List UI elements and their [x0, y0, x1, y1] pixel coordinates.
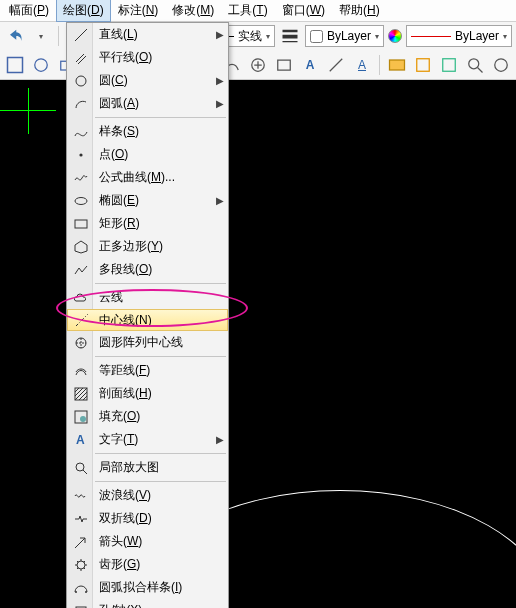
menu-item-label: 圆(C) — [95, 72, 216, 89]
menu-item-text[interactable]: A文字(T)▶ — [67, 428, 228, 451]
menu-separator — [95, 117, 226, 118]
menu-幅面[interactable]: 幅面(P) — [2, 0, 56, 22]
menu-窗口[interactable]: 窗口(W) — [275, 0, 332, 22]
formula-icon — [67, 170, 95, 186]
menu-item-point[interactable]: 点(O) — [67, 143, 228, 166]
menu-separator — [95, 283, 226, 284]
search-button[interactable] — [464, 54, 486, 76]
menu-item-arc[interactable]: 圆弧(A)▶ — [67, 92, 228, 115]
menu-item-arcfit[interactable]: 圆弧拟合样条(I) — [67, 576, 228, 599]
centerline-icon — [68, 312, 95, 328]
svg-point-13 — [79, 153, 82, 156]
text-icon: A — [67, 432, 95, 448]
menu-item-circle[interactable]: 圆(C)▶ — [67, 69, 228, 92]
redo-dropdown[interactable]: ▾ — [30, 25, 52, 47]
offset-icon — [67, 363, 95, 379]
menu-item-ellipse[interactable]: 椭圆(E)▶ — [67, 189, 228, 212]
menu-item-label: 正多边形(Y) — [95, 238, 216, 255]
color-swatch-icon[interactable] — [388, 29, 402, 43]
gear-icon — [67, 557, 95, 573]
menu-item-break[interactable]: 双折线(D) — [67, 507, 228, 530]
svg-rect-2 — [282, 41, 297, 42]
svg-point-19 — [80, 416, 86, 422]
menu-item-label: 双折线(D) — [95, 510, 216, 527]
menu-item-gear[interactable]: 齿形(G) — [67, 553, 228, 576]
tool-btn-1[interactable] — [4, 54, 26, 76]
menu-item-centerline[interactable]: 中心线(N) — [67, 309, 228, 331]
hatch-icon — [67, 386, 95, 402]
menu-修改[interactable]: 修改(M) — [165, 0, 221, 22]
menu-标注[interactable]: 标注(N) — [111, 0, 166, 22]
tool-btn-r7[interactable] — [386, 54, 408, 76]
circle-icon — [67, 73, 95, 89]
menu-item-label: 齿形(G) — [95, 556, 216, 573]
tool-btn-r2[interactable] — [247, 54, 269, 76]
text-button[interactable]: A — [299, 54, 321, 76]
menu-item-circpat[interactable]: 圆形阵列中心线 — [67, 331, 228, 354]
rect-icon — [67, 216, 95, 232]
menu-item-zoomdetail[interactable]: 局部放大图 — [67, 456, 228, 479]
wave-icon — [67, 488, 95, 504]
menu-item-arrow[interactable]: 箭头(W) — [67, 530, 228, 553]
arcfit-icon — [67, 580, 95, 596]
parallel-icon — [67, 50, 95, 66]
menu-item-label: 样条(S) — [95, 123, 216, 140]
line-icon — [67, 27, 95, 43]
tool-btn-r6[interactable]: A — [351, 54, 373, 76]
linestyle-label: 实线 — [238, 28, 262, 45]
menu-item-label: 文字(T) — [95, 431, 216, 448]
menu-item-label: 圆弧拟合样条(I) — [95, 579, 216, 596]
undo-button[interactable] — [4, 25, 26, 47]
polyline-icon — [67, 262, 95, 278]
menu-item-hatch[interactable]: 剖面线(H) — [67, 382, 228, 405]
menu-item-rect[interactable]: 矩形(R) — [67, 212, 228, 235]
menu-item-label: 孔/轴(X) — [95, 602, 216, 608]
menu-item-label: 平行线(O) — [95, 49, 216, 66]
arrow-icon — [67, 534, 95, 550]
tool-btn-r8[interactable] — [412, 54, 434, 76]
submenu-arrow-icon: ▶ — [216, 29, 228, 40]
color-layer-selector[interactable]: ByLayer ▾ — [406, 25, 512, 47]
menu-帮助[interactable]: 帮助(H) — [332, 0, 387, 22]
menu-item-hole[interactable]: 孔/轴(X) — [67, 599, 228, 608]
tool-btn-r5[interactable] — [325, 54, 347, 76]
ellipse-icon — [67, 193, 95, 209]
menu-item-label: 波浪线(V) — [95, 487, 216, 504]
lineweight-button[interactable] — [279, 25, 301, 47]
tool-btn-r9[interactable] — [438, 54, 460, 76]
menu-item-label: 圆形阵列中心线 — [95, 334, 216, 351]
menu-item-offset[interactable]: 等距线(F) — [67, 359, 228, 382]
menu-item-label: 云线 — [95, 289, 216, 306]
menu-item-polyline[interactable]: 多段线(O) — [67, 258, 228, 281]
menu-绘图[interactable]: 绘图(D) — [56, 0, 111, 22]
menu-item-fill[interactable]: 填充(O) — [67, 405, 228, 428]
menu-item-label: 点(O) — [95, 146, 216, 163]
menu-item-label: 局部放大图 — [95, 459, 216, 476]
menu-item-formula[interactable]: 公式曲线(M)... — [67, 166, 228, 189]
menu-item-cloud[interactable]: 云线 — [67, 286, 228, 309]
menu-item-polygon[interactable]: 正多边形(Y) — [67, 235, 228, 258]
cloud-icon — [67, 290, 95, 306]
layer-checkbox[interactable] — [310, 30, 323, 43]
menu-item-wave[interactable]: 波浪线(V) — [67, 484, 228, 507]
menu-item-label: 公式曲线(M)... — [95, 169, 216, 186]
menu-separator — [95, 453, 226, 454]
submenu-arrow-icon: ▶ — [216, 98, 228, 109]
menu-item-line[interactable]: 直线(L)▶ — [67, 23, 228, 46]
svg-point-10 — [469, 58, 479, 68]
svg-text:A: A — [76, 433, 85, 447]
svg-rect-9 — [443, 58, 456, 71]
fill-icon — [67, 409, 95, 425]
layer-selector[interactable]: ByLayer ▾ — [305, 25, 384, 47]
tool-btn-r11[interactable] — [490, 54, 512, 76]
svg-point-12 — [76, 76, 86, 86]
color-layer-label: ByLayer — [455, 29, 499, 43]
menu-工具[interactable]: 工具(T) — [221, 0, 274, 22]
submenu-arrow-icon: ▶ — [216, 195, 228, 206]
menu-item-parallel[interactable]: 平行线(O) — [67, 46, 228, 69]
tool-btn-2[interactable] — [30, 54, 52, 76]
menu-item-spline[interactable]: 样条(S) — [67, 120, 228, 143]
tool-btn-r3[interactable] — [273, 54, 295, 76]
zoomdetail-icon — [67, 460, 95, 476]
menu-separator — [95, 356, 226, 357]
